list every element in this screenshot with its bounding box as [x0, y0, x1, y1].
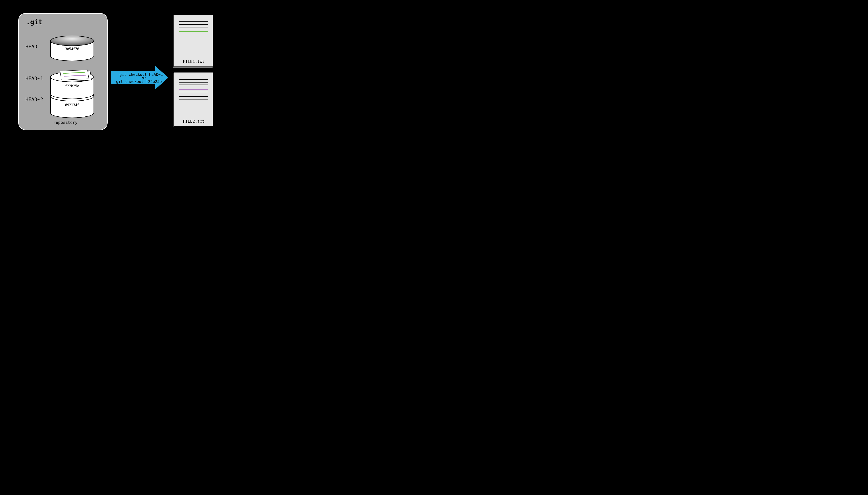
file-line — [179, 79, 208, 80]
diff-sheets-icon — [60, 70, 92, 81]
file1-label: FILE1.txt — [183, 59, 205, 64]
commit-stack-icon: 892134f f22b25e 3a54f76 — [48, 34, 99, 127]
file-line-modified — [179, 92, 208, 92]
file-line — [179, 82, 208, 83]
commit-disk-top: 3a54f76 — [50, 36, 94, 61]
git-folder-label: .git — [26, 18, 42, 26]
svg-marker-7 — [111, 66, 168, 89]
arrow-command-line2: git checkout f22b25e — [116, 80, 162, 84]
svg-point-6 — [50, 36, 94, 46]
arrow-command-line1: git checkout HEAD~1 — [119, 72, 163, 77]
head-label: HEAD — [26, 44, 37, 49]
head2-label: HEAD~2 — [26, 97, 43, 102]
file-line — [179, 85, 208, 85]
file-line-modified — [179, 89, 208, 90]
file-line — [179, 27, 208, 28]
checkout-arrow-icon — [111, 66, 169, 90]
repository-panel: .git repository HEAD HEAD~1 HEAD~2 89213… — [18, 13, 108, 130]
file-line-added — [179, 31, 208, 32]
commit-hash-bottom: 892134f — [65, 103, 79, 107]
commit-hash-middle: f22b25e — [65, 84, 79, 88]
file2-label: FILE2.txt — [183, 119, 205, 124]
commit-hash-top: 3a54f76 — [65, 47, 79, 51]
file1-document-icon: FILE1.txt — [174, 14, 213, 67]
file-line — [179, 24, 208, 25]
head1-label: HEAD~1 — [26, 75, 43, 81]
file-line — [179, 99, 208, 100]
file-line — [179, 96, 208, 97]
file2-document-icon: FILE2.txt — [174, 72, 213, 127]
file-line — [179, 21, 208, 22]
